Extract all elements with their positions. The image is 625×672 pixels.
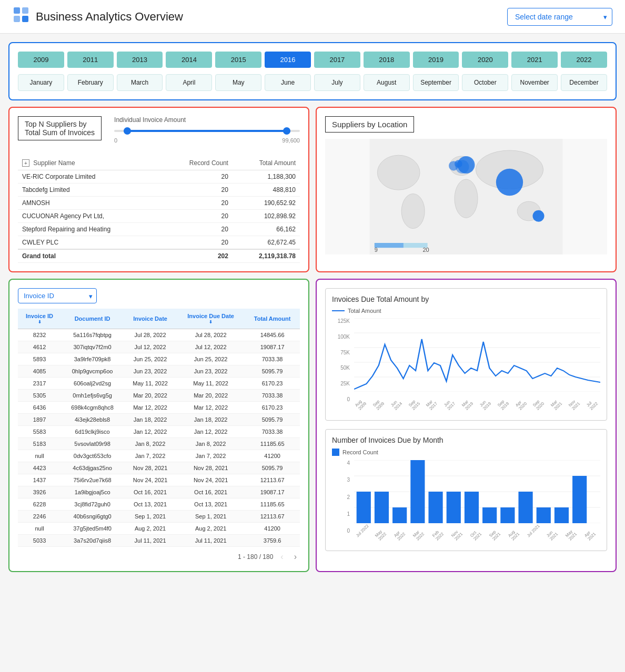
slider-thumb-right[interactable] — [283, 127, 290, 135]
month-chip-november[interactable]: November — [511, 74, 558, 91]
bar-y-label: 4 — [332, 460, 350, 466]
next-page-button[interactable]: › — [291, 551, 300, 563]
svg-point-8 — [455, 179, 478, 218]
invoice-cell-3: Jan 8, 2022 — [177, 438, 245, 450]
table-row: Stepford Repairing and Heating 20 66,162 — [18, 223, 300, 236]
svg-rect-3 — [22, 16, 28, 22]
invoice-cell-4: 12113.67 — [245, 511, 300, 523]
grand-total-amount: 2,119,318.78 — [233, 249, 300, 263]
invoice-cell-2: Oct 16, 2021 — [124, 486, 177, 498]
map-container: 9 20 — [325, 139, 607, 254]
invoice-cell-2: Jan 8, 2022 — [124, 438, 177, 450]
invoice-id-dropdown[interactable]: Invoice ID — [18, 288, 97, 303]
line-x-axis: Aug 2009Sep 2009Jun 2014Sep 2015Mar 2017… — [332, 404, 600, 414]
svg-rect-2 — [14, 16, 20, 22]
pagination: 1 - 180 / 180 ‹ › — [18, 551, 300, 563]
col-invoice-due-date[interactable]: Invoice Due Date⬇ — [177, 309, 245, 329]
month-chip-april[interactable]: April — [166, 74, 212, 91]
total-amount: 66,162 — [233, 223, 300, 236]
bar-y-label: 1 — [332, 511, 350, 517]
bar-rect — [375, 492, 389, 523]
col-total-amount[interactable]: Total Amount — [245, 309, 300, 329]
month-chip-january[interactable]: January — [18, 74, 64, 91]
invoice-cell-2: Jun 23, 2022 — [124, 365, 177, 378]
invoice-cell-1: 698k4cgm8qhc8 — [61, 402, 124, 414]
supplier-table: + Supplier Name Record Count Total Amoun… — [18, 156, 300, 263]
bar-rect — [357, 492, 371, 523]
pagination-text: 1 - 180 / 180 — [238, 553, 273, 561]
bar-y-label: 0 — [332, 528, 350, 534]
filter-panel: 2009201120132014201520162017201820192020… — [8, 42, 617, 100]
invoice-cell-3: Jan 12, 2022 — [177, 426, 245, 438]
invoice-cell-3: Oct 13, 2021 — [177, 498, 245, 511]
invoice-cell-4: 3759.6 — [245, 535, 300, 547]
invoice-cell-0: 4085 — [18, 365, 61, 378]
line-legend-icon — [332, 310, 345, 311]
bar-rect — [537, 507, 551, 523]
slider-thumb-left[interactable] — [124, 127, 131, 135]
list-item: null37g5jted5m4f0Aug 2, 2021Aug 2, 20214… — [18, 523, 300, 535]
list-item: 50333a7s20d7qiis8Jul 11, 2021Jul 11, 202… — [18, 535, 300, 547]
year-chip-2018[interactable]: 2018 — [364, 52, 410, 68]
svg-point-6 — [401, 194, 425, 229]
supplier-name: CUCUONAR Agency Pvt Ltd, — [18, 210, 162, 223]
year-chip-2016[interactable]: 2016 — [265, 52, 311, 68]
list-item: 82325a116s7fqbtpgJul 28, 2022Jul 28, 202… — [18, 329, 300, 341]
date-range-select[interactable]: Select date range — [507, 8, 612, 26]
month-chip-october[interactable]: October — [462, 74, 508, 91]
year-chip-2020[interactable]: 2020 — [462, 52, 508, 68]
prev-page-button[interactable]: ‹ — [277, 551, 286, 563]
month-chip-may[interactable]: May — [215, 74, 261, 91]
svg-rect-0 — [14, 7, 20, 14]
col-total-amount: Total Amount — [233, 156, 300, 170]
list-item: 39261a9ibgjoaj5coOct 16, 2021Oct 16, 202… — [18, 486, 300, 498]
invoice-cell-1: 4c63djgas25no — [61, 462, 124, 474]
record-count: 20 — [162, 170, 233, 184]
year-chip-2022[interactable]: 2022 — [561, 52, 607, 68]
slider-section: Individual Invoice Amount 0 99,600 — [114, 116, 300, 144]
invoice-cell-2: Jan 7, 2022 — [124, 450, 177, 462]
year-row: 2009201120132014201520162017201820192020… — [18, 52, 607, 68]
slider[interactable] — [114, 126, 300, 136]
slider-max: 99,600 — [282, 137, 300, 144]
invoice-cell-0: 2317 — [18, 378, 61, 390]
header-left: Business Analytics Overview — [13, 6, 183, 27]
col-invoice-date[interactable]: Invoice Date — [124, 309, 177, 329]
suppliers-panel: Top N Suppliers by Total Sum of Invoices… — [8, 107, 309, 272]
month-chip-february[interactable]: February — [67, 74, 114, 91]
month-chip-december[interactable]: December — [561, 74, 607, 91]
col-document-id[interactable]: Document ID — [61, 309, 124, 329]
bar-chart-container: 43210 — [332, 460, 600, 534]
year-chip-2021[interactable]: 2021 — [511, 52, 558, 68]
month-chip-september[interactable]: September — [413, 74, 459, 91]
add-icon[interactable]: + — [22, 159, 29, 167]
invoice-cell-4: 14845.66 — [245, 329, 300, 341]
invoice-cell-1: 3cj8fid72guh0 — [61, 498, 124, 511]
year-chip-2009[interactable]: 2009 — [18, 52, 64, 68]
col-invoice-id[interactable]: Invoice ID⬇ — [18, 309, 61, 329]
invoice-cell-3: Nov 28, 2021 — [177, 462, 245, 474]
year-chip-2015[interactable]: 2015 — [215, 52, 261, 68]
svg-point-5 — [377, 155, 420, 190]
list-item: 18974i3ejk28ebls8Jan 18, 2022Jan 18, 202… — [18, 414, 300, 426]
bar-x-axis: Jul 2022May 2022Apr 2022Mar 2022Feb 2022… — [332, 535, 600, 544]
month-chip-august[interactable]: August — [364, 74, 410, 91]
year-chip-2011[interactable]: 2011 — [67, 52, 114, 68]
svg-point-14 — [458, 156, 475, 174]
bar-rect — [555, 507, 569, 523]
month-chip-july[interactable]: July — [314, 74, 360, 91]
year-chip-2017[interactable]: 2017 — [314, 52, 360, 68]
invoice-cell-2: May 11, 2022 — [124, 378, 177, 390]
invoice-cell-2: Nov 28, 2021 — [124, 462, 177, 474]
year-chip-2019[interactable]: 2019 — [413, 52, 459, 68]
year-chip-2013[interactable]: 2013 — [117, 52, 163, 68]
invoice-cell-2: Jul 11, 2021 — [124, 535, 177, 547]
invoice-cell-0: 3926 — [18, 486, 61, 498]
month-chip-march[interactable]: March — [117, 74, 163, 91]
bar-rect — [447, 492, 461, 523]
list-item: null0dv3gct653cfoJan 7, 2022Jan 7, 20224… — [18, 450, 300, 462]
month-chip-june[interactable]: June — [265, 74, 311, 91]
year-chip-2014[interactable]: 2014 — [166, 52, 212, 68]
total-amount: 62,672.45 — [233, 236, 300, 250]
invoice-cell-1: 0mh1efjs6vg5g — [61, 390, 124, 402]
